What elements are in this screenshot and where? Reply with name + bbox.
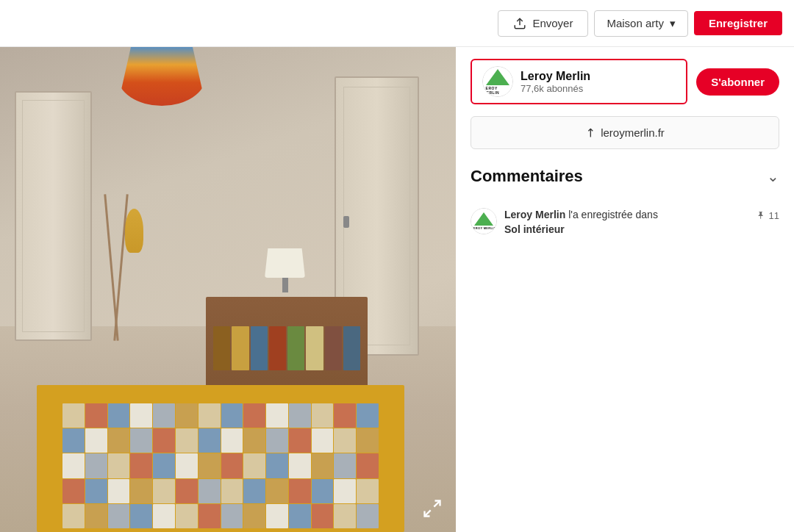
profile-name: Leroy Merlin: [521, 70, 590, 83]
comment-text: Leroy Merlin l'a enregistrée dans Sol in…: [504, 208, 748, 237]
profile-info: Leroy Merlin 77,6k abonnés: [521, 70, 590, 94]
upload-icon: [513, 17, 526, 30]
profile-followers: 77,6k abonnés: [521, 83, 590, 94]
lamp-shade-table: [265, 248, 305, 278]
comment-item: LEROY MERLIN Leroy Merlin l'a enregistré…: [471, 208, 779, 237]
hanging-decor: [125, 209, 143, 253]
rug-tiles-grid: [62, 403, 379, 528]
website-link[interactable]: ↗ leroymerlin.fr: [471, 116, 779, 149]
chevron-down-icon: ▾: [670, 17, 676, 30]
comment-action: l'a enregistrée dans: [568, 209, 658, 220]
tile-rug: [37, 385, 404, 532]
pin-count-value: 11: [769, 210, 779, 221]
profile-card[interactable]: LEROY MERLIN Leroy Merlin 77,6k abonnés: [471, 59, 687, 104]
table-lamp: [265, 248, 305, 300]
profile-section: LEROY MERLIN Leroy Merlin 77,6k abonnés …: [471, 59, 779, 104]
svg-line-1: [434, 501, 440, 507]
leroy-merlin-logo: LEROY MERLIN: [482, 66, 513, 97]
comments-header: Commentaires ⌄: [471, 167, 779, 186]
board-name-label: Maison arty: [607, 17, 664, 29]
expand-icon[interactable]: [421, 497, 444, 520]
comment-content: Leroy Merlin l'a enregistrée dans Sol in…: [504, 208, 748, 237]
comments-toggle-icon[interactable]: ⌄: [767, 168, 779, 185]
comment-board: Sol intérieur: [504, 223, 565, 235]
pin-icon: 🖈: [756, 209, 766, 221]
external-link-icon: ↗: [582, 124, 598, 141]
door-handle: [343, 216, 349, 228]
main-content: LEROY MERLIN Leroy Merlin 77,6k abonnés …: [0, 47, 794, 532]
room-image: [0, 47, 456, 532]
enregistrer-label: Enregistrer: [709, 17, 768, 29]
envoyer-button[interactable]: Envoyer: [498, 10, 588, 37]
comments-title: Commentaires: [471, 167, 583, 186]
left-door: [15, 91, 92, 341]
subscribe-button[interactable]: S'abonner: [696, 68, 779, 96]
books-on-shelf: [213, 326, 360, 370]
left-door-inner: [22, 100, 85, 332]
pendant-lamp: [118, 47, 206, 106]
board-selector-button[interactable]: Maison arty ▾: [594, 10, 688, 37]
comment-avatar: LEROY MERLIN: [471, 208, 497, 234]
image-panel: [0, 47, 456, 532]
website-url: leroymerlin.fr: [601, 126, 665, 139]
enregistrer-button[interactable]: Enregistrer: [694, 11, 782, 35]
ladder-decor: [107, 194, 129, 341]
comment-author: Leroy Merlin: [504, 209, 565, 220]
lamp-base: [282, 278, 288, 292]
avatar: LEROY MERLIN: [482, 66, 513, 97]
pin-count: 🖈 11: [756, 208, 779, 221]
subscribe-label: S'abonner: [711, 76, 765, 88]
comment-author-logo: LEROY MERLIN: [471, 208, 497, 234]
top-bar: Envoyer Maison arty ▾ Enregistrer: [0, 0, 794, 47]
right-panel: LEROY MERLIN Leroy Merlin 77,6k abonnés …: [456, 47, 794, 532]
svg-line-2: [425, 510, 431, 516]
rug-tiles-container: [62, 403, 379, 528]
envoyer-label: Envoyer: [532, 17, 573, 29]
